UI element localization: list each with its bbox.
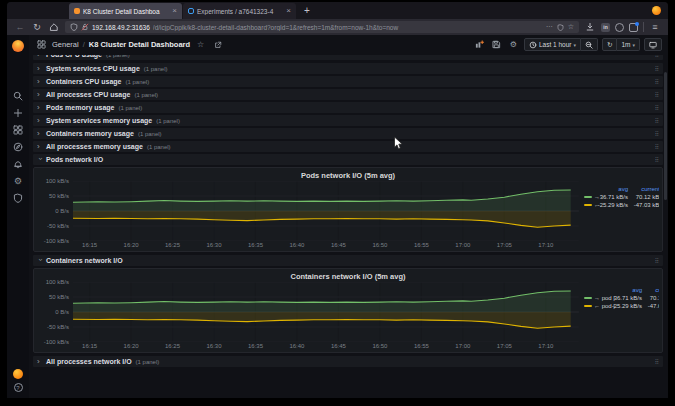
row-panel-count: (1 panel)	[136, 359, 160, 365]
tracking-shield-icon[interactable]	[70, 23, 78, 31]
row-drag-handle-icon[interactable]: ⠿	[655, 157, 659, 163]
mouse-cursor	[393, 136, 404, 151]
row-panel-count: (1 panel)	[134, 92, 158, 98]
browser-tab-grafana[interactable]: K8 Cluster Detail Dashboa ×	[69, 3, 182, 19]
row-title: All processes CPU usage	[46, 91, 130, 98]
save-dashboard-button[interactable]	[490, 38, 503, 51]
user-avatar[interactable]	[13, 369, 23, 379]
row-drag-handle-icon[interactable]: ⠿	[655, 359, 659, 365]
chevron-right-icon: ›	[37, 65, 42, 73]
legend-sort-avg[interactable]: avg	[596, 185, 628, 193]
refresh-interval-dropdown[interactable]: 1m ▾	[617, 38, 640, 51]
legend-swatch	[584, 196, 592, 198]
legend-current-value: 70.12 kB/s	[642, 294, 659, 302]
dashboard-row[interactable]: › System services memory usage (1 panel)…	[33, 115, 663, 126]
dashboard-row[interactable]: › Containers CPU usage (1 panel) ⠿	[33, 76, 663, 87]
legend-avg-value: 36.71 kB/s	[596, 193, 628, 201]
row-panel-count: (1 panel)	[125, 79, 149, 85]
back-button[interactable]: ←	[14, 21, 26, 33]
row-title: Pods CPU usage	[46, 55, 102, 58]
dashboard-row[interactable]: › Pods CPU usage (1 panel) ⠿	[33, 55, 663, 60]
tab-close-icon[interactable]: ×	[172, 8, 177, 14]
scrollbar[interactable]	[664, 54, 668, 398]
permissions-shield-icon[interactable]	[557, 24, 564, 31]
breadcrumb-section[interactable]: General	[52, 40, 79, 49]
dashboard-row[interactable]: › Pods memory usage (1 panel) ⠿	[33, 102, 663, 113]
tab-title: K8 Cluster Detail Dashboa	[83, 8, 169, 15]
sidebar-item-alerting[interactable]	[10, 156, 26, 172]
sidebar-item-create[interactable]	[10, 105, 26, 121]
browser-window: K8 Cluster Detail Dashboa × Experiments …	[7, 2, 668, 398]
row-title: Containers memory usage	[46, 130, 134, 137]
legend-avg-value: 36.71 kB/s	[610, 294, 642, 302]
legend-series-row: → pod | 36.71 kB/s 70.12 kB/s	[584, 294, 659, 302]
row-panel-count: (1 panel)	[144, 66, 168, 72]
refresh-dashboard-button[interactable]: ↻	[602, 38, 617, 51]
extension-badged-icon[interactable]	[629, 23, 638, 32]
legend-series-row: → 36.71 kB/s 70.12 kB/s	[584, 193, 659, 201]
bookmark-star-icon[interactable]: ☆	[568, 23, 574, 31]
time-series-plot[interactable]	[73, 282, 579, 342]
sidebar-item-server-admin[interactable]	[10, 190, 26, 206]
insecure-lock-icon[interactable]	[81, 23, 89, 31]
row-title: Containers network I/O	[46, 257, 123, 264]
browser-tab-experiments[interactable]: Experiments / a7641323-4 ×	[183, 3, 296, 19]
new-tab-button[interactable]: +	[297, 2, 317, 19]
add-panel-button[interactable]	[473, 38, 486, 51]
downloads-icon[interactable]	[584, 21, 596, 33]
legend-sort-current[interactable]: current ▾	[628, 185, 659, 193]
row-drag-handle-icon[interactable]: ⠿	[655, 55, 659, 58]
dashboard-settings-button[interactable]: ⚙	[507, 38, 520, 51]
browser-profile-avatar[interactable]	[652, 6, 661, 15]
share-dashboard-icon[interactable]	[211, 38, 224, 51]
legend-sort-avg[interactable]: avg	[610, 286, 642, 294]
panel-title[interactable]: Containers network I/O (5m avg)	[37, 271, 659, 282]
menu-button[interactable]: ≡	[649, 21, 661, 33]
panel-title[interactable]: Pods network I/O (5m avg)	[37, 170, 659, 181]
dashboard-row[interactable]: › Containers memory usage (1 panel) ⠿	[33, 128, 663, 139]
sidebar-item-search[interactable]	[10, 88, 26, 104]
dashboard-row[interactable]: › System services CPU usage (1 panel) ⠿	[33, 63, 663, 74]
row-drag-handle-icon[interactable]: ⠿	[655, 131, 659, 137]
url-bar[interactable]: 192.168.49.2:31636/d/icjpCppik/k8-cluste…	[65, 21, 579, 33]
extension-in-icon[interactable]: in	[601, 23, 610, 32]
legend-current-value: -47.03 kB/s	[628, 201, 659, 209]
home-button[interactable]	[48, 21, 60, 33]
row-drag-handle-icon[interactable]: ⠿	[655, 118, 659, 124]
sidebar-item-configuration[interactable]: ⚙	[10, 173, 26, 189]
sidebar-item-dashboards[interactable]	[10, 122, 26, 138]
row-drag-handle-icon[interactable]: ⠿	[655, 66, 659, 72]
row-title: System services CPU usage	[46, 65, 140, 72]
row-drag-handle-icon[interactable]: ⠿	[655, 144, 659, 150]
breadcrumb-dashboard-title[interactable]: K8 Cluster Detail Dashboard	[89, 40, 190, 49]
time-range-picker[interactable]: Last 1 hour ▾	[524, 38, 581, 51]
dashboard-row[interactable]: › All processes network I/O (1 panel) ⠿	[33, 356, 663, 367]
toolbar-divider	[643, 22, 644, 32]
time-series-plot[interactable]	[73, 181, 579, 241]
row-drag-handle-icon[interactable]: ⠿	[655, 79, 659, 85]
panel-containers-network-io: Containers network I/O (5m avg) 100 kB/s…	[33, 268, 663, 353]
zoom-out-time-button[interactable]	[581, 38, 598, 51]
extension-circle-icon[interactable]	[615, 23, 624, 32]
sidebar-item-help[interactable]: ?	[14, 383, 23, 392]
dashboard-row-expanded[interactable]: › Containers network I/O ⠿	[33, 255, 663, 266]
sidebar-item-explore[interactable]	[10, 139, 26, 155]
favorite-star-icon[interactable]: ☆	[194, 38, 207, 51]
y-axis-labels: 100 kB/s50 kB/s0 B/s-50 kB/s-100 kB/s	[37, 181, 73, 241]
dashboard-row[interactable]: › All processes CPU usage (1 panel) ⠿	[33, 89, 663, 100]
dashboard-row-expanded[interactable]: › Pods network I/O ⠿	[33, 154, 663, 165]
breadcrumb-separator: /	[83, 40, 85, 49]
scrollbar-thumb[interactable]	[664, 72, 667, 200]
page-actions-icon[interactable]: ⋯	[546, 23, 553, 31]
dashboard-row[interactable]: › All processes memory usage (1 panel) ⠿	[33, 141, 663, 152]
dashboard-content: › Pods CPU usage (1 panel) ⠿ › System se…	[29, 54, 668, 398]
tv-mode-button[interactable]	[644, 38, 662, 51]
row-drag-handle-icon[interactable]: ⠿	[655, 258, 659, 264]
page-reload-button[interactable]: ↻	[31, 21, 43, 33]
tab-close-icon[interactable]: ×	[286, 8, 291, 14]
row-drag-handle-icon[interactable]: ⠿	[655, 105, 659, 111]
row-drag-handle-icon[interactable]: ⠿	[655, 92, 659, 98]
grafana-logo-icon[interactable]	[12, 40, 24, 52]
legend-sort-current[interactable]: current ▾	[642, 286, 659, 294]
legend-avg-value: -25.29 kB/s	[610, 302, 642, 310]
